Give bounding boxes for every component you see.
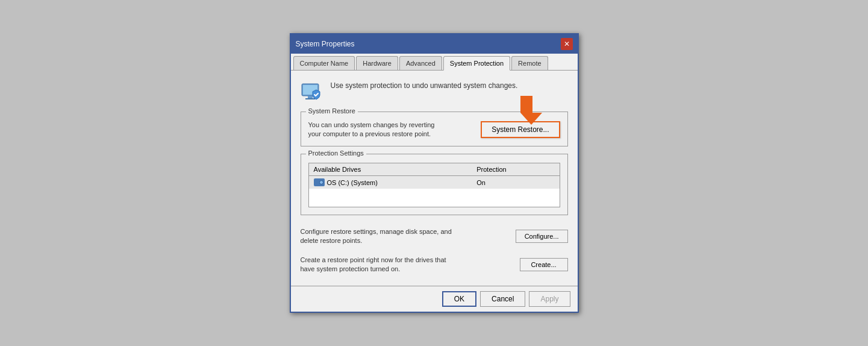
svg-rect-2 (308, 96, 313, 98)
tab-hardware[interactable]: Hardware (356, 56, 398, 70)
protection-table: Available Drives Protection OS (C:) (Sys… (308, 163, 560, 207)
system-properties-dialog: System Properties ✕ Computer Name Hardwa… (290, 33, 579, 313)
configure-button[interactable]: Configure... (516, 230, 568, 243)
col-drives: Available Drives (308, 163, 472, 176)
header-description: Use system protection to undo unwanted s… (331, 78, 518, 90)
title-bar: System Properties ✕ (291, 34, 578, 54)
close-button[interactable]: ✕ (561, 38, 573, 50)
arrow-shaft (520, 96, 532, 113)
system-restore-label: System Restore (306, 107, 358, 115)
drive-cell: OS (C:) (System) (308, 176, 472, 189)
dialog-title: System Properties (296, 40, 355, 48)
configure-row: Configure restore settings, manage disk … (301, 222, 568, 251)
protection-status: On (472, 176, 560, 189)
cancel-button[interactable]: Cancel (480, 291, 525, 307)
drive-name: OS (C:) (System) (314, 178, 467, 186)
dialog-footer: OK Cancel Apply (291, 286, 578, 312)
hdd-icon (314, 178, 325, 186)
content-area: Use system protection to undo unwanted s… (291, 71, 578, 286)
tab-remote[interactable]: Remote (511, 56, 548, 70)
system-restore-section: System Restore You can undo system chang… (301, 112, 568, 147)
ok-button[interactable]: OK (442, 291, 476, 307)
table-empty-row (308, 189, 560, 207)
create-row: Create a restore point right now for the… (301, 251, 568, 279)
tab-computer-name[interactable]: Computer Name (293, 56, 355, 70)
create-text: Create a restore point right now for the… (301, 256, 460, 274)
system-protection-icon (301, 79, 325, 103)
tab-system-protection[interactable]: System Protection (443, 56, 510, 71)
system-restore-description: You can undo system changes by reverting… (308, 121, 447, 139)
configure-text: Configure restore settings, manage disk … (301, 227, 460, 246)
bottom-actions: Configure restore settings, manage disk … (301, 222, 568, 279)
protection-settings-section: Protection Settings Available Drives Pro… (301, 154, 568, 215)
tab-advanced[interactable]: Advanced (399, 56, 442, 70)
drive-label: OS (C:) (System) (327, 179, 378, 186)
apply-button[interactable]: Apply (529, 291, 570, 307)
create-button[interactable]: Create... (520, 258, 568, 271)
restore-button-wrapper: System Restore... (481, 121, 560, 138)
system-restore-content: You can undo system changes by reverting… (308, 121, 560, 139)
table-row[interactable]: OS (C:) (System) On (308, 176, 560, 189)
col-protection: Protection (472, 163, 560, 176)
tab-bar: Computer Name Hardware Advanced System P… (291, 54, 578, 71)
protection-settings-label: Protection Settings (306, 149, 366, 157)
svg-rect-3 (305, 98, 315, 99)
arrow-head (520, 113, 542, 125)
